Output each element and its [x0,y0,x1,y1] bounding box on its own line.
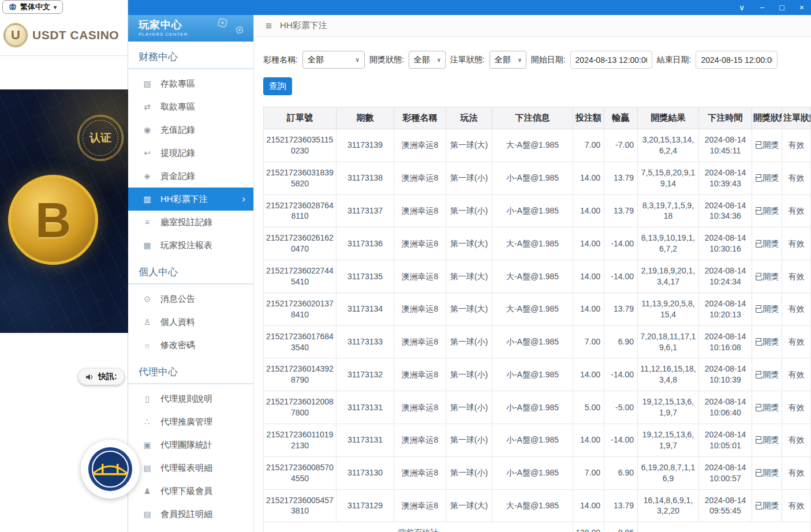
language-selector[interactable]: 繁体中文 ▾ [2,0,63,14]
sidebar-item-fund-records[interactable]: ◈ 資金記錄 [128,164,253,188]
app-window: ∨ − □ × 玩家中心 PLAYERS CENTER 财務中心 ▤ 存款專區 … [128,0,811,532]
cell-order-status: 有效 [782,489,811,522]
cell-play: 第一球(小) [446,194,492,227]
maximize-button[interactable]: □ [779,3,784,12]
table-row: 2152172360110192130 31173131 澳洲幸运8 第一球(小… [264,424,811,457]
cell-amount: 7.00 [573,456,604,489]
sidebar-item-profile[interactable]: ♙ 個人資料 [128,310,253,334]
order-status-filter-select[interactable]: 全部 ∨ [489,51,526,69]
cell-order-status: 有效 [782,194,811,227]
start-date-input[interactable] [570,51,652,69]
sidebar-item-agent-promotion[interactable]: ∴ 代理推廣管理 [128,410,253,433]
news-ticker[interactable]: 快訊: [79,369,124,385]
sidebar-item-player-bet-report[interactable]: ▦ 玩家投注報表 [128,234,253,257]
sidebar-item-room-bet-records[interactable]: ≡ 廳室投註記錄 [128,211,253,234]
sidebar-item-deposit[interactable]: ▤ 存款專區 [128,72,253,95]
cell-play: 第一球(大) [446,129,492,162]
cell-order: 2152172360287648110 [264,194,337,227]
cell-amount: 14.00 [573,194,604,227]
sidebar-item-agent-team-stats[interactable]: ▣ 代理團隊統計 [128,433,253,456]
report-icon: ▦ [142,241,152,250]
main-content: ≡ HH彩票下注 彩種名稱: 全部 ∨ 開獎狀態: 全部 ∨ 注單狀態: 全部 … [254,15,811,532]
sidebar-item-label: 存款專區 [160,78,195,89]
member-bets-icon: ▤ [142,509,152,519]
minimize-button[interactable]: − [760,3,764,12]
col-play: 玩法 [446,107,492,129]
sidebar-item-label: 取款專區 [160,102,195,113]
cell-period: 31173134 [337,293,394,325]
person-icon: ♙ [142,317,152,327]
bitcoin-banner: B 认证 [0,89,128,333]
sidebar-item-label: 資金記錄 [160,171,195,182]
cell-order-status: 有效 [782,358,811,391]
sidebar-item-label: 會員投註明細 [160,509,212,520]
cell-win-loss: 13.79 [604,162,638,194]
cell-order-status: 有效 [782,260,811,293]
cell-period: 31173135 [337,260,394,293]
sidebar-item-cashout-records[interactable]: ↩ 提現記錄 [128,141,253,164]
sidebar-item-agent-report-details[interactable]: ▤ 代理報表明細 [128,456,253,479]
cell-play: 第一球(小) [446,391,492,424]
lottery-filter-select[interactable]: 全部 ∨ [302,51,365,69]
sidebar-item-label: HH彩票下注 [160,194,208,205]
cell-period: 31173131 [337,391,394,424]
order-status-filter-label: 注單狀態: [450,55,485,65]
table-row: 2152172360318395820 31173138 澳洲幸运8 第一球(小… [264,162,811,194]
cell-order: 2152172360054573810 [264,489,337,522]
sidebar-item-agent-rules[interactable]: ▯ 代理規則說明 [128,387,253,410]
cell-draw-status: 已開獎 [752,162,782,194]
cell-draw-status: 已開獎 [752,456,782,489]
sidebar-item-recharge-records[interactable]: ◉ 充值記錄 [128,118,253,141]
cell-draw-status: 已開獎 [752,489,782,522]
col-result: 開獎結果 [638,107,699,129]
cell-result: 2,19,18,9,20,1,3,4,17 [638,260,699,293]
sidebar-item-change-password[interactable]: ☼ 修改密碼 [128,334,253,357]
sidebar-item-announcements[interactable]: ⊙ 消息公告 [128,287,253,310]
end-date-label: 結束日期: [657,55,692,65]
cell-draw-status: 已開獎 [752,325,782,358]
summary-win-loss-total: 0.96 [604,522,638,532]
sidebar-item-hh-lottery-bets[interactable]: ▥ HH彩票下注 › [128,188,253,211]
cell-amount: 14.00 [573,227,604,260]
cell-lottery: 澳洲幸运8 [394,293,446,325]
cell-bet-info: 小-A盤@1.985 [492,424,573,457]
cell-bet-info: 大-A盤@1.985 [492,293,573,325]
cell-time: 2024-08-14 10:39:43 [699,162,752,194]
cell-result: 8,13,9,10,19,1,6,7,2 [638,227,699,260]
cell-result: 11,13,9,20,5,8,15,4 [638,293,699,325]
hamburger-menu-icon[interactable]: ≡ [266,20,272,32]
sidebar-item-label: 廳室投註記錄 [160,217,212,228]
cell-win-loss: 13.79 [604,194,638,227]
cell-order: 2152172360176843540 [264,325,337,358]
close-button[interactable]: × [799,3,804,12]
cell-draw-status: 已開獎 [752,129,782,162]
cell-win-loss: -14.00 [604,358,638,391]
cell-order-status: 有效 [782,129,811,162]
brand-name: USDT CASINO [32,28,119,42]
cell-period: 31173136 [337,227,394,260]
sidebar-item-agent-sub-members[interactable]: ♟ 代理下級會員 [128,479,253,503]
section-title-personal: 個人中心 [128,257,253,284]
cell-period: 31173129 [337,489,394,522]
sidebar-item-label: 代理報表明細 [160,463,212,474]
cell-order-status: 有效 [782,424,811,457]
cell-result: 19,12,15,13,6,1,9,7 [638,424,699,457]
end-date-input[interactable] [696,51,778,69]
sidebar-item-withdraw[interactable]: ⇄ 取款專區 [128,95,253,118]
cell-lottery: 澳洲幸运8 [394,129,446,162]
sidebar-item-member-bet-details[interactable]: ▤ 會員投註明細 [128,503,253,526]
search-button[interactable]: 查詢 [263,77,292,95]
bitcoin-coin-icon: B [8,175,98,265]
table-row: 2152172360120087800 31173131 澳洲幸运8 第一球(小… [264,391,811,424]
cell-win-loss: 6.90 [604,325,638,358]
window-dropdown-button[interactable]: ∨ [739,3,745,12]
cell-win-loss: 6.90 [604,456,638,489]
sidebar-item-member-transaction-details[interactable]: ▥ 會員交易明細 [128,526,253,532]
cell-win-loss: -5.00 [604,391,638,424]
brand-logo: U USDT CASINO [0,14,128,56]
cell-time: 2024-08-14 10:16:08 [699,325,752,358]
draw-status-filter-select[interactable]: 全部 ∨ [409,51,446,69]
cell-play: 第一球(大) [446,489,492,522]
cell-period: 31173132 [337,358,394,391]
cell-lottery: 澳洲幸运8 [394,260,446,293]
